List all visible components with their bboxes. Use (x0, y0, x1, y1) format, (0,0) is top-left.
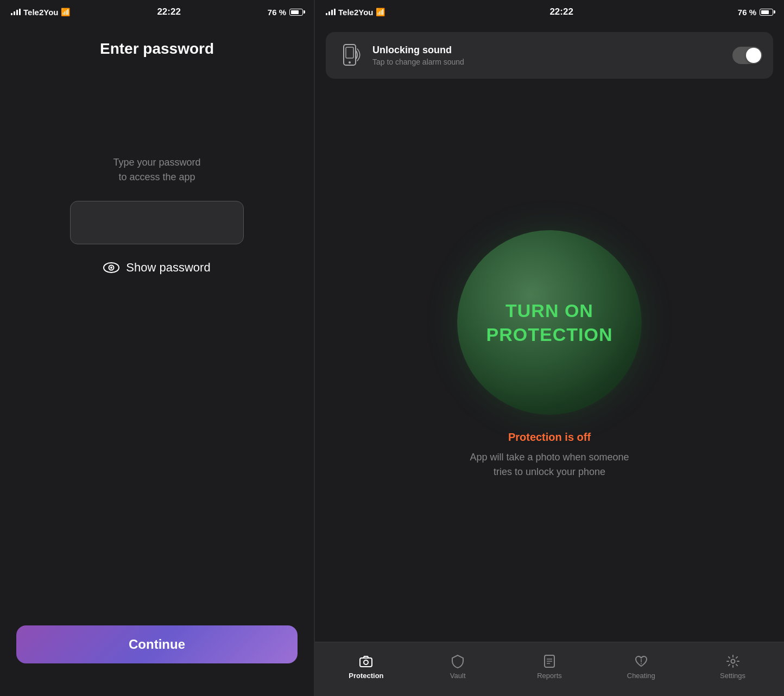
protection-nav-icon (358, 654, 374, 669)
bottom-nav: Protection Vault Reports (315, 642, 784, 696)
right-carrier-label: Tele2You (338, 8, 373, 17)
nav-vault-label: Vault (450, 672, 466, 680)
sound-toggle[interactable] (732, 47, 762, 64)
nav-cheating-label: Cheating (627, 672, 655, 680)
svg-point-14 (731, 659, 735, 663)
left-status-right: 76 % (268, 8, 303, 17)
protection-description: App will take a photo when someone tries… (470, 450, 629, 479)
sound-subtitle: Tap to change alarm sound (372, 58, 724, 66)
show-password-row[interactable]: Show password (103, 261, 210, 275)
eye-icon (103, 262, 119, 274)
page-title: Enter password (100, 40, 214, 58)
sound-icon (337, 42, 364, 69)
right-status-bar: Tele2You 📶 22:22 76 % (315, 0, 784, 24)
right-signal-icon (326, 9, 336, 15)
continue-button[interactable]: Continue (16, 625, 298, 663)
left-panel: Tele2You 📶 22:22 76 % Enter password Typ… (0, 0, 314, 696)
sound-text: Unlocking sound Tap to change alarm soun… (372, 45, 724, 66)
svg-rect-4 (346, 47, 353, 58)
left-battery-pct: 76 % (268, 8, 286, 17)
right-status-left: Tele2You 📶 (326, 8, 385, 17)
right-battery-icon (760, 9, 773, 16)
wifi-icon: 📶 (61, 8, 70, 16)
protection-section: TURN ON PROTECTION Protection is off App… (315, 79, 784, 642)
password-input[interactable] (70, 201, 244, 244)
svg-point-5 (349, 61, 351, 64)
right-wifi-icon: 📶 (376, 8, 385, 16)
cheating-nav-icon (634, 654, 649, 669)
signal-icon (11, 9, 21, 15)
protection-status: Protection is off (508, 431, 591, 444)
right-battery-pct: 76 % (738, 8, 756, 17)
nav-cheating[interactable]: Cheating (619, 654, 663, 680)
svg-rect-6 (360, 658, 372, 667)
sound-row[interactable]: Unlocking sound Tap to change alarm soun… (326, 32, 773, 79)
svg-point-2 (110, 267, 112, 269)
right-status-right: 76 % (738, 8, 773, 17)
left-status-left: Tele2You 📶 (11, 8, 70, 17)
nav-reports[interactable]: Reports (528, 654, 571, 680)
show-password-label: Show password (126, 261, 210, 275)
svg-point-7 (364, 660, 368, 665)
toggle-thumb (746, 48, 761, 63)
vault-nav-icon (450, 654, 465, 669)
nav-vault[interactable]: Vault (436, 654, 479, 680)
nav-reports-label: Reports (537, 672, 562, 680)
nav-settings[interactable]: Settings (711, 654, 755, 680)
sound-title: Unlocking sound (372, 45, 724, 56)
nav-protection-label: Protection (349, 672, 383, 680)
battery-icon (289, 9, 303, 16)
reports-nav-icon (542, 654, 557, 669)
left-status-bar: Tele2You 📶 22:22 76 % (0, 0, 314, 24)
settings-nav-icon (725, 654, 741, 669)
left-carrier-label: Tele2You (23, 8, 58, 17)
nav-protection[interactable]: Protection (344, 654, 388, 680)
turn-on-protection-button[interactable]: TURN ON PROTECTION (457, 230, 642, 415)
left-time-label: 22:22 (157, 7, 180, 17)
nav-settings-label: Settings (720, 672, 745, 680)
continue-label: Continue (129, 637, 185, 652)
right-time-label: 22:22 (549, 7, 573, 17)
svg-point-13 (641, 663, 642, 664)
enter-password-subtitle: Type your password to access the app (113, 155, 200, 185)
turn-on-line2: PROTECTION (486, 322, 613, 346)
turn-on-line1: TURN ON (505, 299, 593, 322)
right-panel: Tele2You 📶 22:22 76 % Unlo (315, 0, 784, 696)
